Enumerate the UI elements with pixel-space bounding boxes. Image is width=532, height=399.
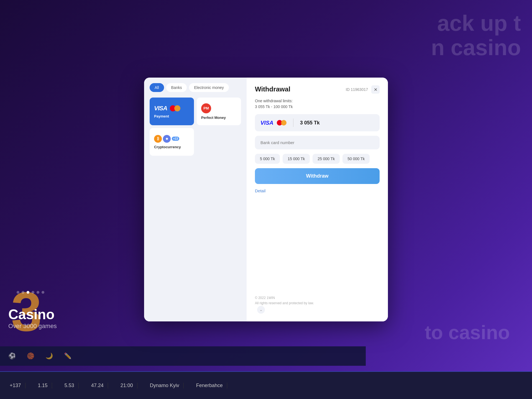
left-panel: All Banks Electronic money VISA Payment (144, 78, 247, 321)
modal-overlay: All Banks Electronic money VISA Payment (0, 0, 532, 399)
preset-50000[interactable]: 50 000 Tk (342, 154, 370, 164)
eth-icon: ◆ (163, 135, 171, 143)
visa-dark-logo: VISA (260, 120, 273, 126)
payment-grid: VISA Payment PM Perfect Money (150, 98, 241, 156)
limits-line1: One withdrawal limits: (255, 98, 380, 104)
tab-row: All Banks Electronic money (150, 83, 241, 92)
preset-25000[interactable]: 25 000 Tk (313, 154, 340, 164)
right-panel: Withdrawal ID 11963017 ✕ One withdrawal … (247, 78, 388, 321)
modal-id-close: ID 11963017 ✕ (346, 85, 380, 94)
limits-line2: 3 055 Tk - 100 000 Tk (255, 104, 380, 110)
mc-right-circle (174, 105, 180, 111)
payment-item-visa[interactable]: VISA Payment (150, 98, 194, 125)
modal-header: Withdrawal ID 11963017 ✕ (255, 85, 380, 94)
tab-banks[interactable]: Banks (166, 83, 187, 92)
amount-value: 3 055 Tk (300, 120, 320, 126)
limits-text: One withdrawal limits: 3 055 Tk - 100 00… (255, 98, 380, 110)
card-number-input[interactable] (255, 136, 380, 149)
tab-electronic-money[interactable]: Electronic money (189, 83, 229, 92)
crypto-icons: ₿ ◆ +13 (154, 135, 179, 143)
footer-chevron[interactable]: ⌄ (257, 306, 265, 314)
withdraw-button[interactable]: Withdraw (255, 168, 380, 184)
pm-icon: PM (201, 103, 211, 113)
payment-item-crypto[interactable]: ₿ ◆ +13 Cryptocurrency (150, 128, 194, 156)
modal-title: Withdrawal (255, 85, 290, 93)
footer-line1: © 2022 1WIN (255, 295, 380, 301)
preset-15000[interactable]: 15 000 Tk (283, 154, 310, 164)
tab-all[interactable]: All (150, 83, 164, 92)
amount-mc-logo (277, 120, 287, 126)
preset-amounts: 5 000 Tk 15 000 Tk 25 000 Tk 50 000 Tk (255, 154, 380, 164)
footer-line2: All rights reserved and protected by law… (255, 301, 380, 306)
amount-display: VISA 3 055 Tk (255, 114, 380, 131)
visa-mc-logo: VISA (154, 105, 180, 112)
amount-divider (293, 119, 293, 127)
visa-payment-label: Payment (154, 114, 169, 118)
crypto-label: Cryptocurrency (154, 145, 181, 149)
crypto-plus-badge: +13 (172, 137, 179, 141)
close-button[interactable]: ✕ (371, 85, 380, 94)
pm-label: Perfect Money (201, 116, 226, 120)
footer: © 2022 1WIN All rights reserved and prot… (255, 295, 380, 314)
modal-id: ID 11963017 (346, 87, 368, 92)
btc-icon: ₿ (154, 135, 162, 143)
visa-logo: VISA (154, 105, 167, 112)
detail-link[interactable]: Detail (255, 188, 380, 193)
modal: All Banks Electronic money VISA Payment (144, 78, 388, 321)
mc-right (281, 120, 287, 126)
payment-item-perfectmoney[interactable]: PM Perfect Money (197, 98, 241, 125)
preset-5000[interactable]: 5 000 Tk (255, 154, 280, 164)
